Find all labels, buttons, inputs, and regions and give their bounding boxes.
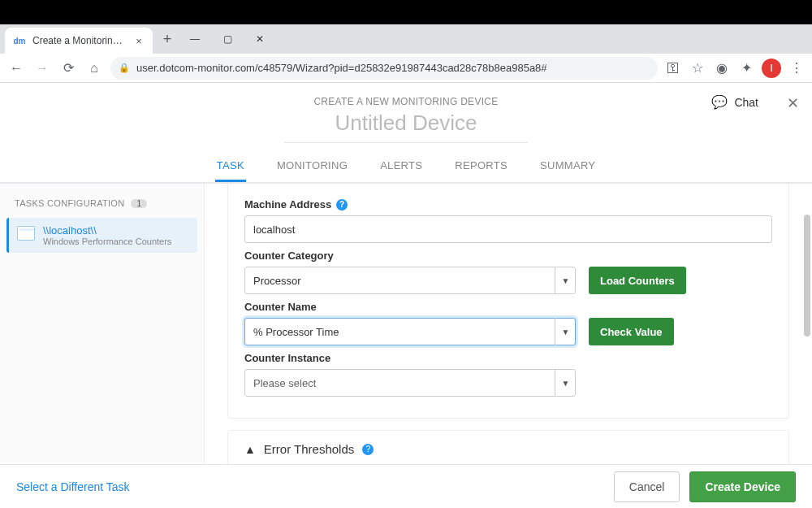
browser-address-bar: ← → ⟳ ⌂ 🔒 user.dotcom-monitor.com/c48579… bbox=[0, 54, 812, 83]
main-panel: Machine Address ? Counter Category Proce… bbox=[205, 184, 812, 483]
browser-tab[interactable]: dm Create a Monitoring Device × bbox=[5, 28, 153, 54]
tab-favicon: dm bbox=[13, 34, 26, 47]
superhead: CREATE A NEW MONITORING DEVICE bbox=[0, 91, 812, 111]
tab-summary[interactable]: SUMMARY bbox=[538, 151, 597, 182]
sidebar-heading: TASKS CONFIGURATION 1 bbox=[6, 195, 197, 218]
counter-instance-select-wrap[interactable]: Please select ▼ bbox=[244, 369, 576, 397]
sidebar-item-task[interactable]: \\localhost\\ Windows Performance Counte… bbox=[6, 218, 197, 253]
cancel-button[interactable]: Cancel bbox=[614, 471, 680, 502]
nav-back-icon[interactable]: ← bbox=[6, 59, 26, 78]
nav-reload-icon[interactable]: ⟳ bbox=[58, 59, 78, 78]
task-thumb-icon bbox=[17, 226, 35, 241]
window-close-icon[interactable]: ✕ bbox=[244, 28, 276, 50]
label-counter-category: Counter Category bbox=[244, 250, 772, 262]
warning-icon: ▲ bbox=[244, 443, 256, 456]
new-tab-button[interactable]: + bbox=[156, 28, 179, 50]
circle-icon[interactable]: ◉ bbox=[713, 59, 731, 77]
header-close-icon[interactable]: ✕ bbox=[787, 94, 799, 112]
url-text: user.dotcom-monitor.com/c48579/Wizard?pi… bbox=[136, 62, 650, 74]
device-title[interactable]: Untitled Device bbox=[0, 111, 812, 142]
lock-icon: 🔒 bbox=[119, 63, 130, 73]
label-counter-name: Counter Name bbox=[244, 301, 772, 313]
machine-address-input[interactable] bbox=[244, 215, 772, 243]
tab-monitoring[interactable]: MONITORING bbox=[275, 151, 349, 182]
counter-category-select-wrap[interactable]: Processor ▼ bbox=[244, 267, 576, 294]
task-card: Machine Address ? Counter Category Proce… bbox=[227, 184, 789, 419]
label-machine-address: Machine Address ? bbox=[244, 198, 772, 211]
counter-category-select[interactable]: Processor bbox=[244, 267, 576, 294]
tab-close-icon[interactable]: × bbox=[133, 35, 145, 46]
window-maximize-icon[interactable]: ▢ bbox=[211, 28, 244, 50]
chat-icon: 💬 bbox=[711, 94, 728, 110]
profile-avatar[interactable]: I bbox=[762, 59, 781, 78]
url-bar[interactable]: 🔒 user.dotcom-monitor.com/c48579/Wizard?… bbox=[110, 57, 658, 80]
counter-instance-select[interactable]: Please select bbox=[244, 369, 576, 397]
sidebar-count-badge: 1 bbox=[131, 199, 147, 208]
browser-menu-icon[interactable]: ⋮ bbox=[788, 59, 806, 77]
window-minimize-icon[interactable]: — bbox=[179, 28, 211, 50]
extensions-icon[interactable]: ✦ bbox=[737, 59, 755, 77]
help-icon[interactable]: ? bbox=[362, 444, 374, 455]
chat-button[interactable]: 💬 Chat bbox=[705, 91, 765, 113]
wizard-tabs: TASK MONITORING ALERTS REPORTS SUMMARY bbox=[0, 151, 812, 182]
error-thresholds-title: ▲ Error Thresholds ? bbox=[244, 442, 772, 456]
sidebar-item-title: \\localhost\\ bbox=[43, 224, 171, 237]
tab-reports[interactable]: REPORTS bbox=[453, 151, 509, 182]
load-counters-button[interactable]: Load Counters bbox=[589, 267, 686, 294]
key-icon[interactable]: ⚿ bbox=[664, 59, 682, 77]
tab-alerts[interactable]: ALERTS bbox=[378, 151, 424, 182]
star-icon[interactable]: ☆ bbox=[689, 59, 706, 77]
page-header: CREATE A NEW MONITORING DEVICE Untitled … bbox=[0, 83, 812, 183]
chat-label: Chat bbox=[734, 96, 758, 109]
sidebar: TASKS CONFIGURATION 1 \\localhost\\ Wind… bbox=[0, 184, 205, 483]
counter-name-select[interactable]: % Processor Time bbox=[244, 318, 576, 345]
label-counter-instance: Counter Instance bbox=[244, 352, 772, 364]
select-different-task-link[interactable]: Select a Different Task bbox=[16, 480, 130, 493]
scrollbar[interactable] bbox=[804, 215, 810, 336]
footer-bar: Select a Different Task Cancel Create De… bbox=[0, 464, 812, 508]
check-value-button[interactable]: Check Value bbox=[589, 318, 674, 345]
help-icon[interactable]: ? bbox=[336, 199, 348, 211]
create-device-button[interactable]: Create Device bbox=[689, 471, 796, 502]
counter-name-select-wrap[interactable]: % Processor Time ▼ bbox=[244, 318, 576, 345]
sidebar-item-subtitle: Windows Performance Counters bbox=[43, 237, 171, 246]
browser-tab-bar: dm Create a Monitoring Device × + — ▢ ✕ bbox=[0, 24, 812, 54]
tab-title: Create a Monitoring Device bbox=[32, 35, 127, 46]
nav-forward-icon[interactable]: → bbox=[32, 59, 52, 78]
tab-task[interactable]: TASK bbox=[215, 151, 246, 182]
nav-home-icon[interactable]: ⌂ bbox=[84, 59, 104, 78]
